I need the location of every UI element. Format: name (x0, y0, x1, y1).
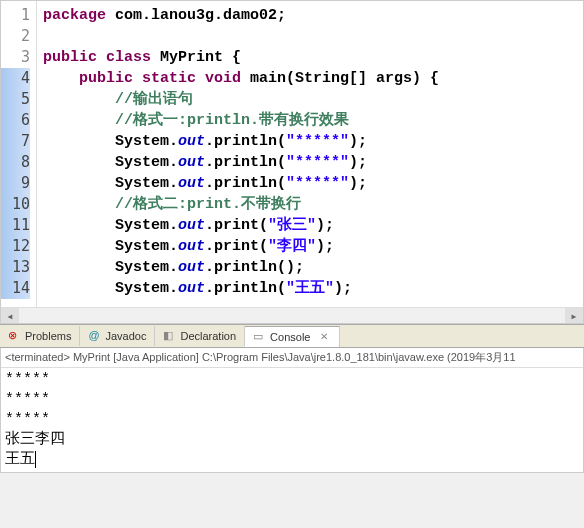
line-number: 7 (1, 131, 30, 152)
text-cursor (35, 451, 45, 468)
tab-console[interactable]: ▭ Console ✕ (245, 326, 340, 347)
console-line: ***** (5, 410, 579, 430)
code-line[interactable]: package com.lanou3g.damo02; (43, 5, 583, 26)
line-number: 9 (1, 173, 30, 194)
console-line: ***** (5, 390, 579, 410)
terminated-label: <terminated> (5, 351, 70, 363)
tab-problems[interactable]: ⊗ Problems (0, 326, 80, 346)
code-line[interactable]: System.out.print("张三"); (43, 215, 583, 236)
line-number: 11 (1, 215, 30, 236)
line-number: 2 (1, 26, 30, 47)
console-view: <terminated> MyPrint [Java Application] … (0, 348, 584, 473)
code-content[interactable]: package com.lanou3g.damo02; public class… (37, 1, 583, 323)
line-number: 13 (1, 257, 30, 278)
process-info: MyPrint [Java Application] C:\Program Fi… (73, 351, 516, 363)
line-number-gutter: 1234567891011121314 (1, 1, 37, 323)
declaration-icon: ◧ (163, 329, 177, 343)
code-line[interactable]: System.out.println(); (43, 257, 583, 278)
code-line[interactable]: System.out.println("*****"); (43, 173, 583, 194)
console-line: 王五 (5, 450, 579, 470)
console-output[interactable]: ***************张三李四王五 (1, 368, 583, 472)
error-icon: ⊗ (8, 329, 22, 343)
line-number: 3 (1, 47, 30, 68)
line-number: 14 (1, 278, 30, 299)
scroll-right-button[interactable]: ▶ (565, 308, 583, 324)
horizontal-scrollbar[interactable]: ◀ ▶ (1, 307, 583, 323)
code-line[interactable]: //格式一:println.带有换行效果 (43, 110, 583, 131)
scroll-track[interactable] (19, 308, 565, 323)
console-line: ***** (5, 370, 579, 390)
tab-label: Problems (25, 330, 71, 342)
scroll-left-button[interactable]: ◀ (1, 308, 19, 324)
code-line[interactable]: System.out.println("王五"); (43, 278, 583, 299)
code-line[interactable]: //输出语句 (43, 89, 583, 110)
line-number: 6 (1, 110, 30, 131)
line-number: 5 (1, 89, 30, 110)
line-number: 10 (1, 194, 30, 215)
views-tab-bar: ⊗ Problems @ Javadoc ◧ Declaration ▭ Con… (0, 324, 584, 348)
close-icon[interactable]: ✕ (317, 330, 331, 344)
code-line[interactable]: //格式二:print.不带换行 (43, 194, 583, 215)
tab-label: Javadoc (105, 330, 146, 342)
tab-label: Declaration (180, 330, 236, 342)
code-line[interactable]: public static void main(String[] args) { (43, 68, 583, 89)
console-process-header: <terminated> MyPrint [Java Application] … (1, 348, 583, 368)
line-number: 4 (1, 68, 30, 89)
tab-declaration[interactable]: ◧ Declaration (155, 326, 245, 346)
line-number: 8 (1, 152, 30, 173)
code-line[interactable]: System.out.println("*****"); (43, 131, 583, 152)
code-editor[interactable]: 1234567891011121314 package com.lanou3g.… (0, 0, 584, 324)
code-line[interactable]: System.out.print("李四"); (43, 236, 583, 257)
line-number: 1 (1, 5, 30, 26)
code-line[interactable] (43, 26, 583, 47)
code-line[interactable]: public class MyPrint { (43, 47, 583, 68)
tab-javadoc[interactable]: @ Javadoc (80, 326, 155, 346)
line-number: 12 (1, 236, 30, 257)
code-line[interactable]: System.out.println("*****"); (43, 152, 583, 173)
tab-label: Console (270, 331, 310, 343)
console-icon: ▭ (253, 330, 267, 344)
at-icon: @ (88, 329, 102, 343)
console-line: 张三李四 (5, 430, 579, 450)
